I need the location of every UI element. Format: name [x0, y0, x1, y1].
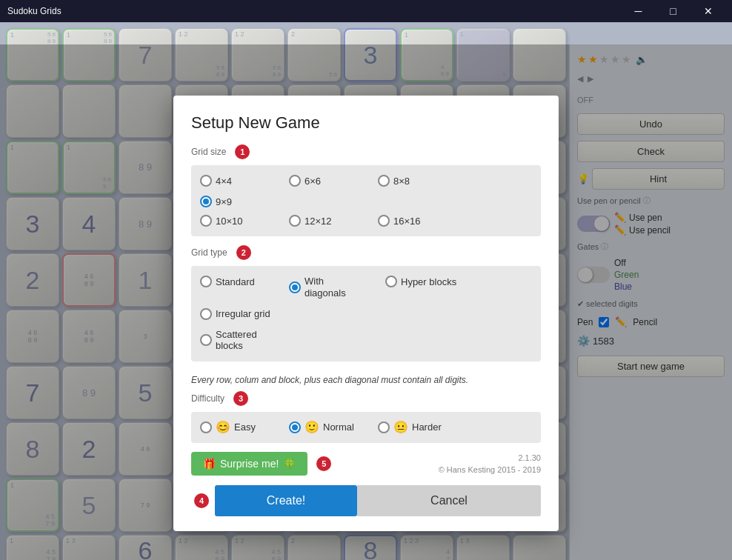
window-controls: ─ □ ✕ [622, 0, 725, 22]
difficulty-easy[interactable]: 😊 Easy [200, 419, 289, 436]
create-area: 4 Create! [191, 485, 357, 516]
grid-type-hyper[interactable]: Hyper blocks [385, 273, 474, 290]
difficulty-options: 😊 Easy 🙂 Normal 😐 Harder [191, 412, 541, 443]
dialog-footer: 🎁 Surprise me! 🍀 5 2.1.30 © Hans Kesting… [191, 452, 541, 476]
radio-irregular-label: Irregular grid [216, 308, 270, 320]
grid-size-4x4[interactable]: 4×4 [200, 173, 289, 189]
grid-size-9x9[interactable]: 9×9 [200, 193, 289, 210]
radio-12x12-label: 12×12 [305, 216, 332, 227]
grid-type-irregular[interactable]: Irregular grid [200, 306, 289, 322]
surprise-label: Surprise me! [220, 458, 279, 470]
grid-size-10x10[interactable]: 10×10 [200, 213, 289, 229]
surprise-step: 5 [316, 456, 331, 471]
radio-9x9[interactable] [200, 196, 212, 207]
easy-emoji: 😊 [216, 421, 230, 433]
difficulty-section: Difficulty 3 😊 Easy 🙂 Normal [191, 391, 541, 443]
radio-6x6-label: 6×6 [305, 176, 321, 187]
grid-size-6x6[interactable]: 6×6 [289, 173, 378, 189]
background-area: 15 68 9 15 68 9 7 1 25 68 9 1 25 68 9 25… [0, 22, 732, 560]
grid-size-row1: 4×4 6×6 8×8 9×9 [200, 173, 532, 210]
radio-hyper[interactable] [385, 276, 397, 287]
grid-size-section: Grid size 1 4×4 6×6 [191, 144, 541, 236]
maximize-button[interactable]: □ [656, 0, 690, 22]
radio-10x10-label: 10×10 [216, 216, 243, 227]
difficulty-row: 😊 Easy 🙂 Normal 😐 Harder [200, 419, 532, 436]
grid-type-scattered[interactable]: Scatteredblocks [200, 327, 289, 354]
gift-icon: 🎁 [203, 458, 216, 470]
grid-type-standard[interactable]: Standard [200, 273, 289, 290]
version-info: 2.1.30 © Hans Kesting 2015 - 2019 [439, 452, 541, 476]
radio-6x6[interactable] [289, 175, 301, 187]
radio-standard[interactable] [200, 276, 212, 287]
radio-harder[interactable] [378, 421, 390, 433]
grid-type-options: Standard Withdiagonals Hyper blocks [191, 266, 541, 361]
surprise-area: 🎁 Surprise me! 🍀 5 [191, 452, 331, 476]
dialog-title: Setup New Game [191, 113, 541, 133]
grid-size-options: 4×4 6×6 8×8 9×9 [191, 165, 541, 236]
grid-type-row1: Standard Withdiagonals Hyper blocks [200, 273, 532, 321]
dialog-overlay: Setup New Game Grid size 1 4×4 [0, 44, 732, 560]
grid-size-label: Grid size [191, 147, 226, 157]
normal-emoji: 🙂 [305, 421, 319, 433]
grid-size-12x12[interactable]: 12×12 [289, 213, 378, 229]
radio-8x8-label: 8×8 [393, 176, 410, 187]
grid-size-row2: 10×10 12×12 16×16 [200, 213, 532, 229]
radio-4x4-label: 4×4 [216, 176, 232, 187]
surprise-button[interactable]: 🎁 Surprise me! 🍀 [191, 452, 307, 476]
grid-type-diagonals[interactable]: Withdiagonals [289, 273, 385, 301]
cancel-button[interactable]: Cancel [357, 485, 541, 516]
radio-diagonals-label: Withdiagonals [305, 276, 346, 299]
radio-diagonals[interactable] [289, 281, 301, 293]
grid-size-16x16[interactable]: 16×16 [378, 213, 467, 229]
create-step: 4 [194, 493, 209, 508]
radio-standard-label: Standard [216, 276, 255, 288]
radio-10x10[interactable] [200, 215, 212, 227]
clover-icon: 🍀 [283, 458, 296, 470]
difficulty-step: 3 [233, 391, 248, 406]
close-button[interactable]: ✕ [691, 0, 725, 22]
harder-emoji: 😐 [393, 421, 408, 433]
title-bar: Sudoku Grids ─ □ ✕ [0, 0, 732, 22]
radio-4x4[interactable] [200, 175, 212, 187]
difficulty-header: Difficulty 3 [191, 391, 541, 406]
radio-easy-label: Easy [234, 421, 256, 433]
grid-type-description: Every row, colum and block, plus each di… [191, 370, 541, 387]
radio-16x16[interactable] [378, 215, 390, 227]
radio-hyper-label: Hyper blocks [401, 276, 456, 288]
grid-size-8x8[interactable]: 8×8 [378, 173, 467, 189]
radio-harder-label: Harder [412, 421, 442, 433]
difficulty-normal[interactable]: 🙂 Normal [289, 419, 378, 436]
minimize-button[interactable]: ─ [622, 0, 655, 22]
grid-type-section: Grid type 2 Standard Withdiagonals [191, 245, 541, 361]
radio-9x9-label: 9×9 [216, 196, 232, 208]
radio-easy[interactable] [200, 421, 212, 433]
grid-type-header: Grid type 2 [191, 245, 541, 260]
radio-16x16-label: 16×16 [393, 216, 421, 227]
grid-size-header: Grid size 1 [191, 144, 541, 159]
grid-type-step: 2 [236, 245, 251, 260]
radio-normal[interactable] [289, 421, 301, 433]
grid-type-row2: Scatteredblocks [200, 327, 532, 354]
difficulty-harder[interactable]: 😐 Harder [378, 419, 467, 436]
create-button[interactable]: Create! [215, 485, 357, 516]
radio-scattered-label: Scatteredblocks [216, 329, 257, 352]
window-title: Sudoku Grids [7, 6, 61, 16]
radio-12x12[interactable] [289, 215, 301, 227]
setup-dialog: Setup New Game Grid size 1 4×4 [173, 96, 559, 530]
action-buttons: 4 Create! Cancel [191, 485, 541, 516]
radio-normal-label: Normal [323, 421, 354, 433]
radio-irregular[interactable] [200, 308, 212, 320]
radio-scattered[interactable] [200, 334, 212, 346]
grid-size-step: 1 [235, 144, 250, 159]
grid-type-label: Grid type [191, 247, 227, 258]
difficulty-label: Difficulty [191, 393, 224, 404]
radio-8x8[interactable] [378, 175, 390, 187]
